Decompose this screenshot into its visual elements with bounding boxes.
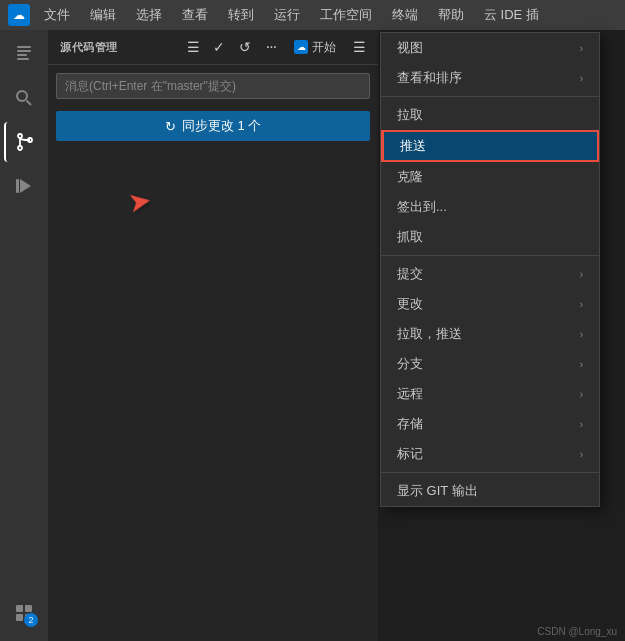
arrow-indicator: ➤ — [128, 185, 151, 218]
menu-file[interactable]: 文件 — [40, 4, 74, 26]
menu-item-commit-label: 提交 — [397, 265, 423, 283]
activity-extensions[interactable]: 2 — [4, 593, 44, 633]
submenu-arrow: › — [580, 419, 583, 430]
activity-bar: 2 — [0, 30, 48, 641]
menu-item-branch[interactable]: 分支 › — [381, 349, 599, 379]
cloud-logo: ☁ — [8, 4, 30, 26]
menu-item-commit[interactable]: 提交 › — [381, 259, 599, 289]
svg-rect-14 — [16, 614, 23, 621]
submenu-arrow: › — [580, 359, 583, 370]
menu-item-clone[interactable]: 克隆 — [381, 162, 599, 192]
submenu-arrow: › — [580, 389, 583, 400]
separator-3 — [381, 472, 599, 473]
list-icon-btn[interactable]: ☰ — [182, 36, 204, 58]
activity-source-control[interactable] — [4, 122, 44, 162]
sync-label: 同步更改 1 个 — [182, 117, 261, 135]
menu-item-checkout[interactable]: 签出到... — [381, 192, 599, 222]
svg-rect-2 — [17, 54, 27, 56]
svg-marker-10 — [20, 179, 31, 193]
menu-item-changes-label: 更改 — [397, 295, 423, 313]
menu-item-tag[interactable]: 标记 › — [381, 439, 599, 469]
sidebar: 源代码管理 ☰ ✓ ↺ ··· ☁ 开始 ☰ ↻ 同步更改 1 个 ➤ — [48, 30, 378, 641]
activity-explorer[interactable] — [4, 34, 44, 74]
menu-help[interactable]: 帮助 — [434, 4, 468, 26]
svg-line-5 — [27, 101, 32, 106]
sync-button[interactable]: ↻ 同步更改 1 个 — [56, 111, 370, 141]
menu-run[interactable]: 运行 — [270, 4, 304, 26]
watermark: CSDN @Long_xu — [537, 626, 617, 637]
submenu-arrow: › — [580, 449, 583, 460]
separator-2 — [381, 255, 599, 256]
message-input-area — [48, 65, 378, 107]
menu-item-checkout-label: 签出到... — [397, 198, 447, 216]
menu-goto[interactable]: 转到 — [224, 4, 258, 26]
activity-search[interactable] — [4, 78, 44, 118]
svg-point-6 — [18, 134, 22, 138]
menu-item-remote-label: 远程 — [397, 385, 423, 403]
menu-item-view-sort[interactable]: 查看和排序 › — [381, 63, 599, 93]
cloud-icon: ☁ — [13, 8, 25, 22]
title-bar: ☁ 文件 编辑 选择 查看 转到 运行 工作空间 终端 帮助 云 IDE 插 — [0, 0, 625, 30]
svg-rect-3 — [17, 58, 29, 60]
submenu-arrow: › — [580, 329, 583, 340]
check-icon-btn[interactable]: ✓ — [208, 36, 230, 58]
menu-item-push[interactable]: 推送 — [381, 130, 599, 162]
more-actions-btn[interactable]: ··· — [260, 36, 282, 58]
menu-item-view[interactable]: 视图 › — [381, 33, 599, 63]
extensions-badge: 2 — [24, 613, 38, 627]
svg-point-4 — [17, 91, 27, 101]
sidebar-header: 源代码管理 ☰ ✓ ↺ ··· ☁ 开始 ☰ — [48, 30, 378, 65]
menu-item-show-git-output-label: 显示 GIT 输出 — [397, 482, 478, 500]
submenu-arrow: › — [580, 299, 583, 310]
submenu-arrow: › — [580, 269, 583, 280]
refresh-icon-btn[interactable]: ↺ — [234, 36, 256, 58]
separator-1 — [381, 96, 599, 97]
svg-rect-11 — [16, 179, 19, 193]
submenu-arrow: › — [580, 43, 583, 54]
menu-item-pull-push[interactable]: 拉取，推送 › — [381, 319, 599, 349]
menu-item-fetch[interactable]: 抓取 — [381, 222, 599, 252]
cloud-start-btn[interactable]: ☁ 开始 — [288, 37, 342, 58]
menu-item-push-label: 推送 — [400, 137, 426, 155]
svg-point-7 — [18, 146, 22, 150]
menu-item-tag-label: 标记 — [397, 445, 423, 463]
activity-run[interactable] — [4, 166, 44, 206]
submenu-arrow: › — [580, 73, 583, 84]
menu-edit[interactable]: 编辑 — [86, 4, 120, 26]
menu-cloud-ide[interactable]: 云 IDE 插 — [480, 4, 543, 26]
menu-item-view-sort-label: 查看和排序 — [397, 69, 462, 87]
cloud-start-label: 开始 — [312, 39, 336, 56]
sync-icon: ↻ — [165, 119, 176, 134]
menu-terminal[interactable]: 终端 — [388, 4, 422, 26]
svg-rect-0 — [17, 46, 31, 48]
sidebar-extra-btn[interactable]: ☰ — [348, 36, 370, 58]
cloud-start-icon: ☁ — [294, 40, 308, 54]
sidebar-actions: ☰ ✓ ↺ ··· — [182, 36, 282, 58]
menu-item-pull[interactable]: 拉取 — [381, 100, 599, 130]
menu-item-branch-label: 分支 — [397, 355, 423, 373]
menu-item-changes[interactable]: 更改 › — [381, 289, 599, 319]
menu-view[interactable]: 查看 — [178, 4, 212, 26]
svg-rect-12 — [16, 605, 23, 612]
main-layout: 2 源代码管理 ☰ ✓ ↺ ··· ☁ 开始 ☰ ↻ 同步更改 1 个 — [0, 30, 625, 641]
menu-item-remote[interactable]: 远程 › — [381, 379, 599, 409]
menu-bar: 文件 编辑 选择 查看 转到 运行 工作空间 终端 帮助 云 IDE 插 — [40, 4, 617, 26]
context-menu: 视图 › 查看和排序 › 拉取 推送 克隆 签出到... 抓取 提交 › — [380, 32, 600, 507]
menu-item-pull-label: 拉取 — [397, 106, 423, 124]
menu-item-view-label: 视图 — [397, 39, 423, 57]
menu-workspace[interactable]: 工作空间 — [316, 4, 376, 26]
menu-item-pull-push-label: 拉取，推送 — [397, 325, 462, 343]
menu-item-fetch-label: 抓取 — [397, 228, 423, 246]
svg-rect-13 — [25, 605, 32, 612]
svg-rect-1 — [17, 50, 31, 52]
commit-message-input[interactable] — [56, 73, 370, 99]
menu-item-stash-label: 存储 — [397, 415, 423, 433]
red-arrow-icon: ➤ — [125, 183, 153, 219]
menu-item-clone-label: 克隆 — [397, 168, 423, 186]
sidebar-title: 源代码管理 — [60, 40, 176, 55]
menu-select[interactable]: 选择 — [132, 4, 166, 26]
menu-item-show-git-output[interactable]: 显示 GIT 输出 — [381, 476, 599, 506]
menu-item-stash[interactable]: 存储 › — [381, 409, 599, 439]
